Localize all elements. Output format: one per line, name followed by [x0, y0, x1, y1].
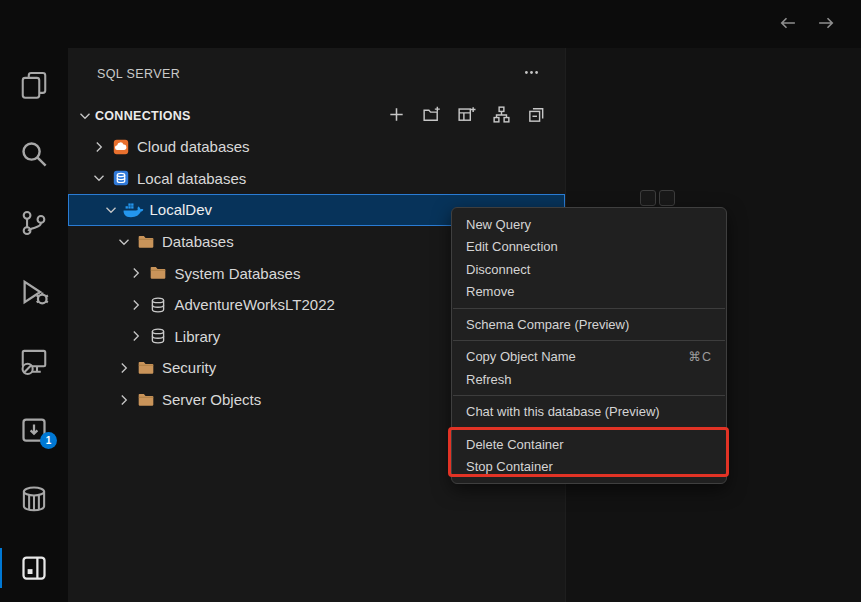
context-menu: New QueryEdit ConnectionDisconnectRemove… [451, 207, 727, 484]
database-icon [148, 326, 169, 346]
tree-item-label: Cloud databases [137, 138, 250, 155]
chevron-right-icon[interactable] [115, 391, 132, 408]
activity-bar-item-run-debug[interactable] [0, 268, 68, 316]
cloud-databases-icon [110, 137, 131, 157]
menu-item-chat-with-this-database-preview[interactable]: Chat with this database (Preview) [452, 401, 726, 424]
source-control-icon [19, 208, 49, 238]
keyboard-hint-keycap [659, 190, 675, 206]
folder-icon [135, 358, 156, 378]
tree-item-label: Library [175, 328, 221, 345]
containers-icon [19, 484, 49, 514]
menu-item-label: New Query [466, 217, 712, 232]
connections-section-label: CONNECTIONS [95, 109, 191, 123]
menu-item-edit-connection[interactable]: Edit Connection [452, 236, 726, 259]
menu-item-label: Delete Container [466, 437, 712, 452]
title-bar [0, 0, 861, 48]
collapse-all-button[interactable] [525, 105, 548, 128]
menu-item-copy-object-name[interactable]: Copy Object Name⌘C [452, 346, 726, 369]
activity-bar-item-database-projects[interactable]: 1 [0, 406, 68, 454]
menu-separator [453, 428, 725, 429]
sql-server-icon [19, 553, 49, 583]
menu-separator [453, 308, 725, 309]
activity-badge: 1 [40, 432, 57, 449]
tree-item-label: AdventureWorksLT2022 [175, 296, 335, 313]
new-connection-group-button[interactable] [420, 105, 443, 128]
chevron-down-icon [76, 108, 93, 125]
remote-explorer-icon [19, 346, 49, 376]
more-actions-button[interactable] [518, 63, 544, 86]
activity-bar: 1 [0, 48, 68, 602]
menu-item-schema-compare-preview[interactable]: Schema Compare (Preview) [452, 313, 726, 336]
tree-item-cloud-databases[interactable]: Cloud databases [68, 131, 565, 163]
tree-item-label: Security [162, 359, 216, 376]
tree-item-label: Databases [162, 233, 234, 250]
menu-item-label: Stop Container [466, 459, 712, 474]
chevron-down-icon[interactable] [90, 170, 107, 187]
docker-icon [123, 200, 144, 220]
run-debug-icon [19, 277, 49, 307]
arrow-left-icon [778, 13, 798, 37]
sidebar-title: SQL SERVER [97, 67, 180, 81]
tree-item-label: Server Objects [162, 391, 261, 408]
add-connection-button[interactable] [385, 105, 408, 128]
menu-item-label: Copy Object Name [466, 349, 688, 364]
tree-item-label: Local databases [137, 170, 246, 187]
menu-separator [453, 340, 725, 341]
new-connection-group-icon [422, 105, 441, 128]
add-server-icon [457, 105, 476, 128]
type-hierarchy-icon [492, 105, 511, 128]
navigate-forward-button[interactable] [813, 12, 839, 38]
local-databases-icon [110, 168, 131, 188]
chevron-right-icon[interactable] [90, 138, 107, 155]
connections-toolbar [385, 103, 548, 129]
menu-item-stop-container[interactable]: Stop Container [452, 456, 726, 479]
collapse-all-icon [527, 105, 546, 128]
tree-item-label: LocalDev [150, 201, 213, 218]
activity-bar-item-files[interactable] [0, 61, 68, 109]
keyboard-hint-keycap [640, 190, 656, 206]
files-icon [19, 70, 49, 100]
activity-bar-item-source-control[interactable] [0, 199, 68, 247]
activity-bar-item-search[interactable] [0, 130, 68, 178]
chevron-right-icon[interactable] [128, 296, 145, 313]
menu-item-delete-container[interactable]: Delete Container [452, 433, 726, 456]
menu-item-label: Remove [466, 284, 712, 299]
folder-icon [135, 232, 156, 252]
menu-item-remove[interactable]: Remove [452, 281, 726, 304]
activity-bar-item-sql-server[interactable] [0, 544, 68, 592]
database-icon [148, 295, 169, 315]
type-hierarchy-button[interactable] [490, 105, 513, 128]
navigate-back-button[interactable] [775, 12, 801, 38]
menu-item-label: Refresh [466, 372, 712, 387]
tree-item-label: System Databases [175, 265, 301, 282]
menu-item-label: Disconnect [466, 262, 712, 277]
activity-bar-item-containers[interactable] [0, 475, 68, 523]
chevron-down-icon[interactable] [103, 201, 120, 218]
menu-item-label: Schema Compare (Preview) [466, 317, 712, 332]
add-server-button[interactable] [455, 105, 478, 128]
arrow-right-icon [816, 13, 836, 37]
ellipsis-icon [523, 64, 540, 85]
menu-item-label: Edit Connection [466, 239, 712, 254]
chevron-down-icon[interactable] [115, 233, 132, 250]
menu-item-new-query[interactable]: New Query [452, 213, 726, 236]
menu-item-label: Chat with this database (Preview) [466, 404, 712, 419]
folder-icon [135, 390, 156, 410]
activity-bar-item-remote-explorer[interactable] [0, 337, 68, 385]
menu-item-disconnect[interactable]: Disconnect [452, 258, 726, 281]
add-connection-icon [387, 105, 406, 128]
vscode-window: 1 SQL SERVER CONNECTIONS Cloud databases… [0, 0, 861, 602]
menu-item-refresh[interactable]: Refresh [452, 368, 726, 391]
chevron-right-icon[interactable] [128, 328, 145, 345]
search-icon [19, 139, 49, 169]
chevron-right-icon[interactable] [115, 359, 132, 376]
tree-item-local-databases[interactable]: Local databases [68, 163, 565, 195]
menu-separator [453, 395, 725, 396]
menu-item-shortcut: ⌘C [688, 349, 712, 364]
folder-icon [148, 263, 169, 283]
chevron-right-icon[interactable] [128, 265, 145, 282]
